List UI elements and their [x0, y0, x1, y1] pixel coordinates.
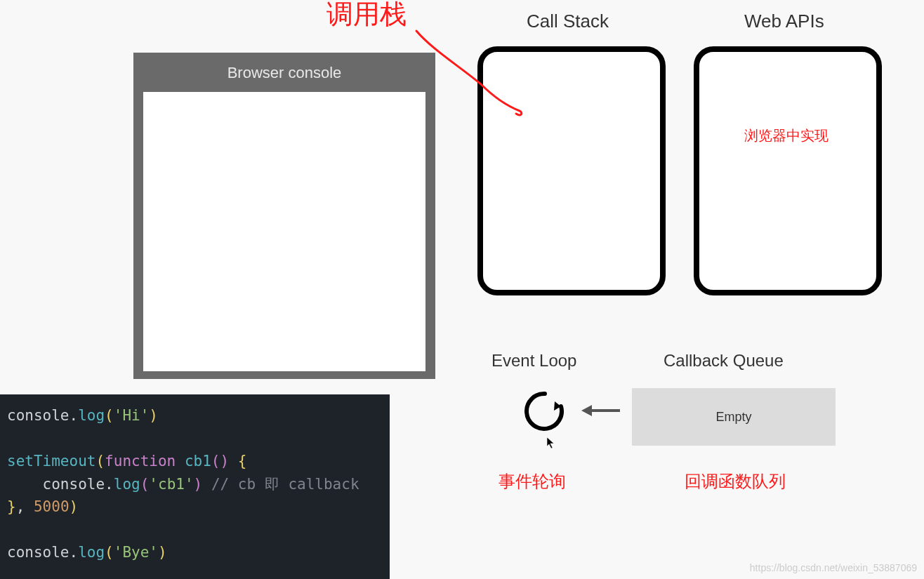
loop-icon: [523, 390, 567, 433]
code-token: log: [78, 407, 105, 424]
annotation-event-loop: 事件轮询: [499, 470, 566, 493]
event-loop-title: Event Loop: [491, 351, 576, 371]
browser-console-panel: Browser console: [133, 53, 435, 379]
cursor-icon: [546, 437, 556, 449]
code-token: console: [43, 476, 105, 493]
arrow-left-icon: [581, 404, 620, 418]
code-token: }: [7, 498, 16, 515]
code-token: 'cb1': [149, 476, 193, 493]
code-token: function: [105, 453, 176, 470]
browser-console-title: Browser console: [133, 53, 435, 92]
code-token: 'Bye': [114, 544, 158, 561]
code-token: console: [7, 544, 70, 561]
code-token: log: [78, 544, 105, 561]
browser-console-output: [143, 92, 425, 371]
annotation-callback-queue: 回调函数队列: [685, 470, 786, 493]
code-token: 5000: [34, 498, 70, 515]
annotation-call-stack: 调用栈: [326, 0, 407, 32]
web-apis-box: [694, 46, 882, 295]
watermark: https://blog.csdn.net/weixin_53887069: [750, 562, 917, 573]
call-stack-box: [477, 46, 666, 295]
code-token: cb1: [185, 453, 211, 470]
code-editor: console.log('Hi') setTimeout(function cb…: [0, 394, 390, 579]
web-apis-title: Web APIs: [744, 11, 824, 32]
code-token: setTimeout: [7, 453, 95, 470]
callback-queue-status: Empty: [715, 410, 751, 425]
code-token: 'Hi': [114, 407, 150, 424]
code-comment: // cb 即 callback: [211, 476, 359, 493]
annotation-browser-impl: 浏览器中实现: [744, 126, 829, 145]
callback-queue-title: Callback Queue: [664, 351, 784, 371]
callback-queue-box: Empty: [632, 388, 836, 446]
call-stack-title: Call Stack: [527, 11, 609, 32]
code-token: console: [7, 407, 70, 424]
code-token: log: [114, 476, 140, 493]
